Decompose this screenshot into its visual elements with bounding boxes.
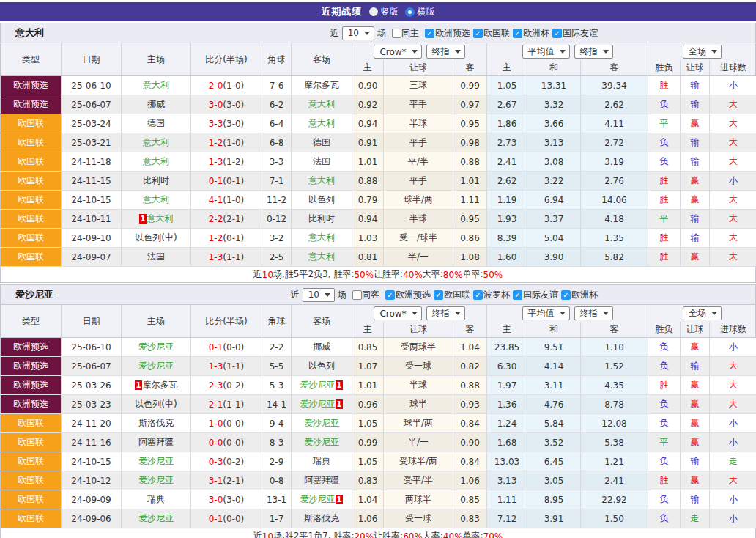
radio-unchecked-icon[interactable]: [369, 7, 378, 16]
summary-text: 让胜率:: [374, 268, 403, 281]
odds-stage-select[interactable]: 终指: [426, 45, 465, 59]
col-header-away: 客场: [292, 43, 352, 75]
avg-draw-odds: 3.90: [527, 248, 581, 267]
away-team-label: 法国: [313, 155, 330, 168]
match-count-select[interactable]: 10: [303, 288, 335, 302]
odds-away: 0.93: [453, 395, 487, 414]
layout-radio-horizontal[interactable]: 横版: [405, 6, 435, 18]
full-time-score: 2-2: [209, 214, 223, 224]
avg-odds-select[interactable]: 平均值: [522, 45, 570, 59]
odds-away: 1.08: [453, 248, 487, 267]
result-scope-select[interactable]: 全场: [683, 306, 722, 320]
handicap-line: 受平/半: [384, 471, 453, 490]
subcol-odds-away: 客: [453, 60, 487, 75]
competition-filter[interactable]: ✓欧国联: [473, 27, 510, 40]
result-goals: 大: [710, 210, 756, 229]
result-wdl: 负: [648, 452, 681, 471]
avg-stage-select[interactable]: 终指: [574, 306, 613, 320]
result-goals-label: 大: [729, 232, 738, 244]
home-team: 爱沙尼亚: [122, 509, 191, 528]
odds-company-select[interactable]: Crow*: [374, 45, 421, 59]
subcol-result-goals: 进球数: [710, 60, 756, 75]
result-goals-label: 小: [729, 512, 738, 525]
team-table: 爱沙尼亚 近 10 场 同客 ✓欧洲预选✓欧国联✓波罗杯✓国际友谊✓欧洲杯 类型…: [0, 284, 756, 538]
filter-bar: 近 10 场 同主 ✓欧洲预选✓欧国联✓欧洲杯✓国际友谊: [330, 26, 598, 40]
away-team: 摩尔多瓦: [292, 76, 352, 95]
odds-company-select[interactable]: Crow*: [374, 306, 421, 320]
chevron-down-icon: [412, 312, 418, 315]
layout-radio-vertical[interactable]: 竖版: [369, 6, 399, 18]
avg-away-odds: 2.72: [581, 133, 648, 152]
home-team-label: 以色列(中): [135, 232, 177, 244]
result-scope-value: 全场: [689, 45, 706, 58]
competition-filter[interactable]: ✓欧洲杯: [513, 27, 549, 40]
checked-checkbox-icon[interactable]: ✓: [473, 29, 483, 38]
full-time-score: 1-3: [209, 157, 223, 167]
radio-horizontal-label: 横版: [418, 6, 435, 18]
avg-stage-select[interactable]: 终指: [574, 45, 613, 59]
checked-checkbox-icon[interactable]: ✓: [385, 290, 395, 300]
avg-draw-odds: 3.08: [527, 152, 581, 172]
result-goals-label: 大: [729, 474, 738, 487]
checked-checkbox-icon[interactable]: ✓: [513, 29, 522, 38]
chevron-down-icon: [603, 50, 609, 54]
avg-draw-odds: 3.11: [527, 376, 581, 395]
competition-badge: 欧洲预选: [1, 95, 62, 114]
checked-checkbox-icon[interactable]: ✓: [561, 290, 571, 300]
odds-home: 0.99: [352, 433, 384, 452]
unchecked-checkbox-icon[interactable]: [352, 290, 362, 300]
match-row: 欧国联24-11-20斯洛伐克1-0(0-0)9-4爱沙尼亚1.05球半/两0.…: [1, 414, 755, 433]
result-wdl: 胜: [648, 191, 681, 210]
full-time-score: 2-1: [209, 399, 223, 410]
odds-stage-select[interactable]: 终指: [426, 306, 465, 320]
competition-filter[interactable]: ✓国际友谊: [513, 289, 558, 301]
checked-checkbox-icon[interactable]: ✓: [425, 29, 434, 38]
result-wdl-label: 胜: [660, 79, 669, 92]
chevron-down-icon: [603, 312, 609, 315]
unchecked-checkbox-icon[interactable]: [392, 29, 401, 38]
checked-checkbox-icon[interactable]: ✓: [434, 290, 443, 300]
result-handicap: 赢: [681, 433, 710, 452]
competition-filter[interactable]: ✓欧国联: [434, 289, 470, 301]
result-handicap: 走: [681, 509, 710, 528]
away-team-label: 阿塞拜疆: [304, 474, 339, 487]
match-count-select[interactable]: 10: [342, 26, 374, 40]
home-team-label: 意大利: [143, 194, 169, 206]
checked-checkbox-icon[interactable]: ✓: [552, 29, 562, 38]
chevron-down-icon: [455, 50, 461, 54]
avg-away-odds: 1.50: [581, 509, 648, 528]
checked-checkbox-icon[interactable]: ✓: [473, 290, 483, 300]
competition-filter[interactable]: ✓欧洲杯: [561, 289, 598, 301]
result-wdl: 平: [648, 210, 681, 229]
half-time-score: (3-0): [223, 119, 244, 129]
radio-checked-icon[interactable]: [405, 7, 415, 17]
corner-score: 7-1: [262, 172, 292, 191]
competition-filter[interactable]: ✓欧洲预选: [385, 289, 431, 301]
home-team-label: 爱沙尼亚: [138, 512, 174, 525]
checked-checkbox-icon[interactable]: ✓: [513, 290, 522, 300]
same-venue-filter[interactable]: 同主: [392, 27, 419, 40]
full-time-score: 1-2: [209, 138, 223, 148]
near-label: 近: [330, 27, 339, 40]
result-wdl: 负: [648, 395, 681, 414]
odds-away: 0.85: [453, 490, 487, 509]
odds-company-value: Crow*: [379, 47, 406, 57]
home-team-label: 爱沙尼亚: [138, 455, 174, 468]
odds-home: 0.94: [352, 114, 384, 133]
same-venue-filter[interactable]: 同客: [352, 289, 379, 301]
match-count-value: 10: [348, 28, 359, 38]
result-scope-select[interactable]: 全场: [683, 45, 722, 59]
avg-draw-odds: 3.52: [527, 433, 581, 452]
competition-filter[interactable]: ✓波罗杯: [473, 289, 510, 301]
competition-filter[interactable]: ✓欧洲预选: [425, 27, 470, 40]
result-wdl-label: 胜: [660, 474, 669, 487]
avg-home-odds: 2.67: [487, 95, 527, 114]
avg-odds-select[interactable]: 平均值: [522, 306, 570, 320]
competition-filter-label: 欧国联: [483, 27, 510, 40]
handicap-line: 半球: [384, 114, 453, 133]
competition-filter[interactable]: ✓国际友谊: [552, 27, 598, 40]
result-goals: 大: [710, 114, 756, 133]
score: 2-0(1-0): [191, 76, 262, 95]
result-handicap: 赢: [681, 376, 710, 395]
avg-draw-odds: 8.95: [527, 490, 581, 509]
